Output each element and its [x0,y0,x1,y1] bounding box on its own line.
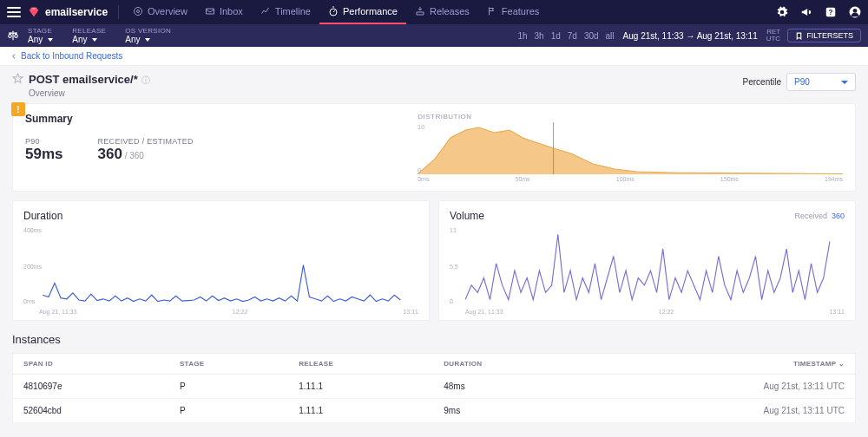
svg-point-6 [853,9,858,13]
instances-title: Instances [12,329,856,353]
y-tick: 0 [450,298,453,304]
instances-table: SPAN ID STAGE RELEASE DURATION TIMESTAMP… [12,353,856,423]
ruby-logo-icon [28,6,40,18]
y-tick: 5.5 [450,264,458,270]
tab-label: Releases [430,6,470,16]
tab-label: Overview [148,6,187,16]
filter-release[interactable]: RELEASEAny [72,27,106,44]
duration-x-ticks: Aug 21, 11:3312:2213:11 [23,309,418,315]
duration-card: Duration 400ms 200ms 0ms Aug 21, 11:3312… [12,200,430,321]
gear-icon[interactable] [776,6,788,18]
content-area: ! Summary P90 59ms RECEIVED / ESTIMATED … [0,103,868,423]
nav-tabs: Overview Inbox Timeline Performance Rele… [124,0,548,24]
bookmark-icon [795,32,803,40]
inbox-icon [205,6,215,16]
tab-label: Inbox [220,6,243,16]
preset-1h[interactable]: 1h [517,31,527,41]
percentile-label: Percentile [743,77,781,87]
help-icon[interactable]: ? [825,6,837,18]
svg-point-1 [135,8,142,16]
y-tick: 11 [450,227,457,233]
tab-overview[interactable]: Overview [124,0,196,24]
volume-x-ticks: Aug 21, 11:3312:2213:11 [450,309,845,315]
chevron-down-icon [92,38,97,42]
svg-text:?: ? [829,9,833,16]
tab-timeline[interactable]: Timeline [252,0,319,24]
releases-icon [415,6,425,16]
y-tick: 400ms [23,227,42,233]
tab-label: Timeline [275,6,311,16]
col-timestamp[interactable]: TIMESTAMP ⌄ [588,354,855,375]
tab-label: Features [502,6,539,16]
summary-title: Summary [25,113,418,125]
stat-total: / 360 [122,151,144,160]
star-icon[interactable] [12,73,23,84]
cell-release: 1.11.1 [288,375,433,399]
tab-performance[interactable]: Performance [319,0,406,24]
table-row[interactable]: 4810697eP1.11.148msAug 21st, 13:11 UTC [13,375,856,399]
filtersets-button[interactable]: FILTERSETS [787,29,861,42]
col-duration[interactable]: DURATION [433,354,588,375]
warning-badge-icon[interactable]: ! [11,102,25,116]
distribution-label: DISTRIBUTION [418,113,843,121]
filter-stage[interactable]: STAGEAny [28,27,53,44]
svg-text:10: 10 [418,123,424,131]
page-subtitle: Overview [29,88,150,98]
time-range-display[interactable]: Aug 21st, 11:33 → Aug 21st, 13:11 [623,31,758,41]
y-tick: 0ms [23,298,35,304]
stat-p90: P90 59ms [25,137,62,163]
user-avatar-icon[interactable] [849,6,861,18]
chart-row: Duration 400ms 200ms 0ms Aug 21, 11:3312… [12,200,856,321]
tab-label: Performance [343,6,398,16]
col-stage[interactable]: STAGE [169,354,288,375]
chevron-down-icon [48,38,53,42]
topbar: emailservice Overview Inbox Timeline Per… [0,0,868,24]
duration-chart: 400ms 200ms 0ms [23,227,418,307]
filter-value: Any [72,35,87,44]
cell-stage: P [169,399,288,423]
percentile-value: P90 [794,77,810,87]
preset-7d[interactable]: 7d [568,31,577,41]
tab-releases[interactable]: Releases [406,0,478,24]
cell-ts: Aug 21st, 13:11 UTC [588,375,855,399]
filter-label: STAGE [28,27,53,35]
page-header: POST emailservice/*ⓘ Overview Percentile… [0,66,868,103]
percentile-selector: Percentile P90 [743,73,856,91]
volume-chart: 11 5.5 0 [450,227,845,307]
preset-30d[interactable]: 30d [584,31,599,41]
info-icon[interactable]: ⓘ [141,75,150,85]
cell-release: 1.11.1 [288,399,433,423]
performance-icon [328,6,339,16]
percentile-dropdown[interactable]: P90 [786,73,856,91]
tab-features[interactable]: Features [478,0,548,24]
distribution-x-ticks: 0ms50ms100ms150ms194ms [418,176,843,182]
col-release[interactable]: RELEASE [288,354,433,375]
hamburger-menu[interactable] [7,7,21,17]
cell-span: 4810697e [13,375,169,399]
volume-legend-label: Received [794,212,827,220]
preset-1d[interactable]: 1d [551,31,561,41]
col-span-id[interactable]: SPAN ID [13,354,169,375]
summary-card: ! Summary P90 59ms RECEIVED / ESTIMATED … [12,103,856,192]
svg-text:0: 0 [418,166,421,174]
preset-3h[interactable]: 3h [535,31,544,41]
megaphone-icon[interactable] [800,6,812,18]
balance-icon[interactable] [7,29,19,42]
breadcrumb[interactable]: Back to Inbound Requests [0,47,868,66]
tab-inbox[interactable]: Inbox [196,0,252,24]
y-tick: 200ms [23,264,42,270]
stat-received: RECEIVED / ESTIMATED 360 / 360 [97,137,193,163]
svg-point-0 [137,10,140,13]
timeline-icon [260,6,271,16]
chevron-down-icon [145,38,150,42]
stat-value: 59ms [25,146,62,163]
cell-span: 52604cbd [13,399,169,423]
preset-all[interactable]: all [606,31,615,41]
stat-label: RECEIVED / ESTIMATED [97,137,193,146]
app-name[interactable]: emailservice [45,6,108,18]
filtersets-label: FILTERSETS [806,31,853,40]
page-title: POST emailservice/* [29,73,138,86]
filter-os-version[interactable]: OS VERSIONAny [125,27,171,44]
table-row[interactable]: 52604cbdP1.11.19msAug 21st, 13:11 UTC [13,399,856,423]
topbar-right: ? [776,6,861,18]
